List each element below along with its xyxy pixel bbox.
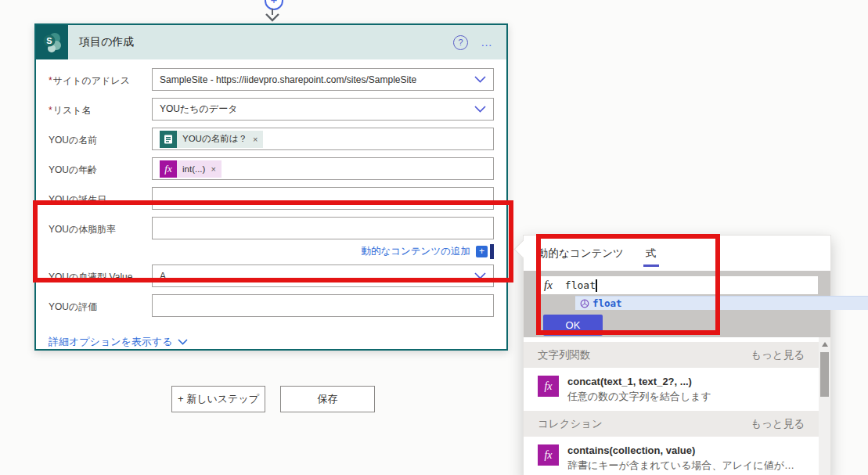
field-label: YOUの血液型 Value	[49, 264, 152, 287]
field-row-age: YOUの年齢 fx int(...) ×	[49, 157, 494, 180]
field-row-list-name: *リスト名 YOUたちのデータ	[49, 98, 494, 121]
remove-token-icon[interactable]: ×	[211, 164, 215, 174]
field-row-body-fat: YOUの体脂肪率	[49, 217, 494, 239]
fx-icon: fx	[544, 279, 553, 292]
tab-dynamic-content[interactable]: 動的なコンテンツ	[538, 246, 624, 271]
section-header-collection: コレクション もっと見る	[524, 411, 819, 437]
list-name-dropdown[interactable]: YOUたちのデータ	[152, 98, 494, 121]
popup-tabs: 動的なコンテンツ 式	[524, 236, 830, 271]
function-signature: contains(collection, value)	[567, 443, 802, 458]
site-address-dropdown[interactable]: SampleSite - https://iidevpro.sharepoint…	[152, 68, 494, 91]
forms-icon	[160, 131, 177, 148]
function-texts: concat(text_1, text_2?, ...) 任意の数の文字列を結合…	[567, 374, 711, 404]
autocomplete-suggestion-float[interactable]: float	[575, 296, 868, 310]
sharepoint-icon: S	[36, 25, 68, 59]
function-description: 辞書にキーが含まれている場合、アレイに値が含まれて...	[567, 458, 802, 473]
create-item-action-card: S 項目の作成 ? … *サイトのアドレス SampleSite - https…	[34, 23, 508, 351]
field-row-site-address: *サイトのアドレス SampleSite - https://iidevpro.…	[49, 68, 494, 91]
chevron-down-icon	[178, 339, 188, 345]
expression-token[interactable]: fx int(...) ×	[160, 160, 222, 178]
body-fat-input[interactable]	[152, 217, 494, 239]
chevron-down-icon[interactable]	[474, 272, 486, 279]
function-row-contains[interactable]: fx contains(collection, value) 辞書にキーが含まれ…	[524, 437, 819, 475]
name-input[interactable]: YOUの名前は？ ×	[152, 128, 494, 150]
add-dynamic-content-link[interactable]: 動的なコンテンツの追加	[361, 245, 470, 258]
fx-icon: fx	[538, 376, 559, 397]
blood-type-value: A	[160, 271, 166, 282]
add-dynamic-content-icon[interactable]: +	[476, 246, 488, 257]
card-title: 項目の作成	[79, 35, 134, 49]
site-address-value: SampleSite - https://iidevpro.sharepoint…	[160, 74, 416, 85]
scroll-up-arrow-icon[interactable]	[822, 342, 828, 347]
flow-designer-canvas: + S 項目の作成 ? … *サイトのアドレス	[0, 0, 868, 475]
token-body: YOUの名前は？ ×	[177, 131, 263, 148]
card-body: *サイトのアドレス SampleSite - https://iidevpro.…	[36, 59, 506, 349]
token-label: int(...)	[182, 164, 205, 174]
remove-token-icon[interactable]: ×	[253, 135, 258, 144]
ok-button[interactable]: OK	[543, 315, 603, 336]
required-mark: *	[49, 75, 52, 86]
dynamic-content-link-row: 動的なコンテンツの追加 +	[49, 244, 494, 259]
field-label: YOUの名前	[49, 128, 152, 150]
field-row-rating: YOUの評価	[49, 294, 494, 317]
expression-input[interactable]: fx float	[537, 276, 818, 294]
field-label: YOUの年齢	[49, 157, 152, 180]
chevron-down-icon[interactable]	[474, 106, 486, 113]
token-label: YOUの名前は？	[182, 133, 247, 145]
section-title: コレクション	[538, 417, 603, 431]
section-header-string-functions: 文字列関数 もっと見る	[524, 342, 819, 368]
help-icon[interactable]: ?	[453, 35, 468, 50]
dynamic-content-token[interactable]: YOUの名前は？ ×	[160, 131, 263, 148]
svg-text:S: S	[46, 36, 52, 45]
field-row-birthday: YOUの誕生日	[49, 187, 494, 210]
field-label: YOUの評価	[49, 294, 152, 317]
connector-arrow-down-icon	[264, 9, 281, 22]
fx-icon: fx	[538, 444, 559, 466]
see-more-link[interactable]: もっと見る	[751, 417, 805, 431]
dynamic-content-popup: 動的なコンテンツ 式 fx float OK 文字列関数 もっと見る fx co…	[523, 235, 831, 475]
new-step-button[interactable]: + 新しいステップ	[171, 386, 265, 412]
field-row-blood-type: YOUの血液型 Value A	[49, 264, 494, 287]
designer-action-bar: + 新しいステップ 保存	[171, 386, 375, 412]
function-list: 文字列関数 もっと見る fx concat(text_1, text_2?, .…	[524, 342, 830, 475]
function-signature: concat(text_1, text_2?, ...)	[567, 374, 711, 389]
field-label: YOUの体脂肪率	[49, 217, 152, 239]
popup-scrollbar[interactable]	[819, 337, 830, 475]
more-options-icon[interactable]: …	[481, 38, 494, 46]
see-more-link[interactable]: もっと見る	[751, 348, 805, 362]
suggestion-label: float	[592, 297, 622, 309]
chevron-down-icon[interactable]	[474, 76, 486, 83]
field-label: YOUの誕生日	[49, 187, 152, 210]
tab-expression[interactable]: 式	[646, 246, 657, 271]
function-suggestion-icon	[580, 299, 589, 308]
list-name-value: YOUたちのデータ	[160, 103, 237, 116]
card-header[interactable]: S 項目の作成 ? …	[36, 25, 506, 59]
expression-input-value: float	[565, 279, 596, 291]
field-label: *サイトのアドレス	[49, 68, 152, 91]
text-caret	[596, 279, 597, 292]
show-advanced-options-link[interactable]: 詳細オプションを表示する	[49, 335, 188, 349]
token-body: int(...) ×	[177, 160, 222, 178]
required-mark: *	[49, 105, 52, 116]
section-title: 文字列関数	[538, 348, 591, 362]
function-texts: contains(collection, value) 辞書にキーが含まれている…	[567, 443, 802, 473]
save-button[interactable]: 保存	[280, 386, 375, 412]
birthday-input[interactable]	[152, 187, 494, 210]
field-row-name: YOUの名前 YOUの名前は？	[49, 128, 494, 150]
rating-input[interactable]	[152, 294, 494, 317]
card-header-controls: ? …	[453, 35, 506, 50]
scrollbar-thumb[interactable]	[820, 352, 829, 397]
function-description: 任意の数の文字列を結合します	[567, 389, 711, 404]
field-label: *リスト名	[49, 98, 152, 121]
text-cursor-bar	[490, 244, 494, 259]
blood-type-dropdown[interactable]: A	[152, 264, 494, 287]
age-input[interactable]: fx int(...) ×	[152, 157, 494, 180]
function-row-concat[interactable]: fx concat(text_1, text_2?, ...) 任意の数の文字列…	[524, 368, 819, 411]
fx-icon: fx	[160, 160, 177, 178]
